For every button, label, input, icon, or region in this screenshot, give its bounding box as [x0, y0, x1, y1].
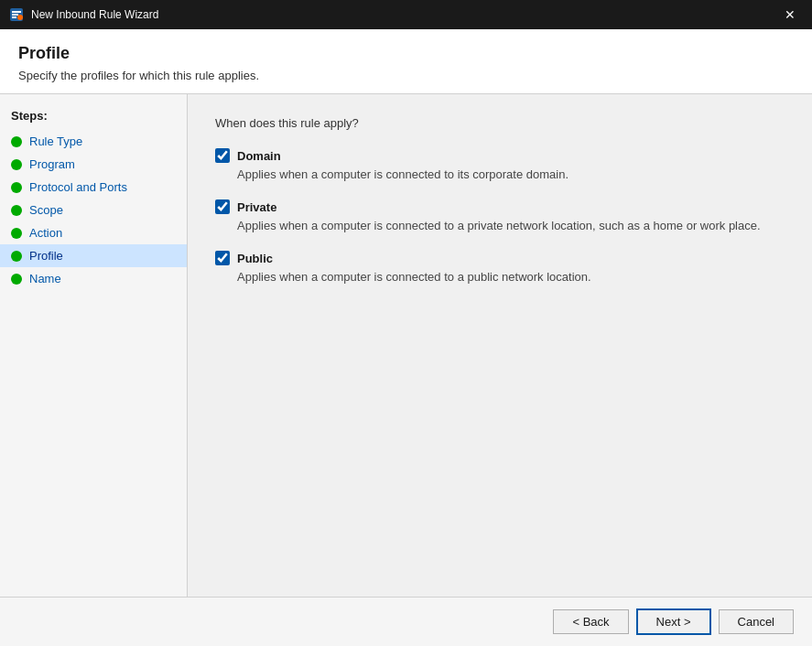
svg-rect-3 — [12, 16, 16, 18]
content-question: When does this rule apply? — [215, 116, 785, 130]
sidebar-item-label-rule-type: Rule Type — [29, 135, 82, 148]
public-checkbox[interactable] — [215, 251, 230, 265]
svg-rect-2 — [12, 14, 18, 16]
wizard-sidebar: Steps: Rule Type Program Protocol and Po… — [0, 94, 188, 597]
wizard-content: When does this rule apply? Domain Applie… — [188, 94, 812, 597]
domain-option: Domain Applies when a computer is connec… — [215, 148, 785, 183]
sidebar-item-label-profile: Profile — [29, 249, 63, 263]
sidebar-item-label-program: Program — [29, 157, 75, 171]
public-header: Public — [215, 251, 785, 265]
sidebar-item-name[interactable]: Name — [0, 267, 187, 290]
sidebar-item-scope[interactable]: Scope — [0, 199, 187, 221]
title-bar-left: New Inbound Rule Wizard — [9, 7, 158, 22]
sidebar-item-protocol-ports[interactable]: Protocol and Ports — [0, 176, 187, 199]
app-icon — [9, 7, 24, 22]
page-title: Profile — [18, 44, 794, 63]
step-dot-scope — [11, 205, 22, 216]
svg-rect-1 — [12, 11, 21, 13]
step-dot-program — [11, 159, 22, 170]
step-dot-protocol-ports — [11, 182, 22, 193]
sidebar-item-profile[interactable]: Profile — [0, 244, 187, 267]
sidebar-item-program[interactable]: Program — [0, 153, 187, 176]
domain-checkbox[interactable] — [215, 148, 230, 163]
next-button[interactable]: Next > — [636, 608, 711, 635]
public-option: Public Applies when a computer is connec… — [215, 251, 785, 285]
domain-title: Domain — [237, 149, 281, 163]
back-button[interactable]: < Back — [553, 609, 628, 634]
domain-header: Domain — [215, 148, 785, 163]
wizard-footer: < Back Next > Cancel — [0, 597, 812, 646]
wizard-container: Profile Specify the profiles for which t… — [0, 29, 812, 646]
private-desc: Applies when a computer is connected to … — [237, 218, 785, 234]
sidebar-item-label-name: Name — [29, 272, 61, 285]
private-header: Private — [215, 199, 785, 214]
sidebar-item-label-protocol-ports: Protocol and Ports — [29, 180, 127, 194]
title-bar: New Inbound Rule Wizard ✕ — [0, 0, 812, 29]
step-dot-name — [11, 274, 22, 285]
private-checkbox[interactable] — [215, 199, 230, 214]
sidebar-item-action[interactable]: Action — [0, 221, 187, 244]
steps-label: Steps: — [0, 105, 187, 130]
page-description: Specify the profiles for which this rule… — [18, 69, 794, 82]
step-dot-profile — [11, 251, 22, 262]
cancel-button[interactable]: Cancel — [719, 609, 794, 634]
sidebar-item-label-action: Action — [29, 226, 62, 240]
public-desc: Applies when a computer is connected to … — [237, 269, 785, 285]
step-dot-action — [11, 228, 22, 239]
domain-desc: Applies when a computer is connected to … — [237, 167, 785, 183]
wizard-body: Steps: Rule Type Program Protocol and Po… — [0, 94, 812, 597]
step-dot-rule-type — [11, 136, 22, 147]
close-button[interactable]: ✕ — [777, 2, 803, 27]
svg-point-4 — [17, 15, 23, 20]
wizard-header: Profile Specify the profiles for which t… — [0, 29, 812, 94]
public-title: Public — [237, 252, 273, 265]
private-title: Private — [237, 200, 276, 214]
private-option: Private Applies when a computer is conne… — [215, 199, 785, 234]
title-bar-text: New Inbound Rule Wizard — [31, 8, 158, 21]
sidebar-item-rule-type[interactable]: Rule Type — [0, 130, 187, 153]
sidebar-item-label-scope: Scope — [29, 203, 63, 217]
